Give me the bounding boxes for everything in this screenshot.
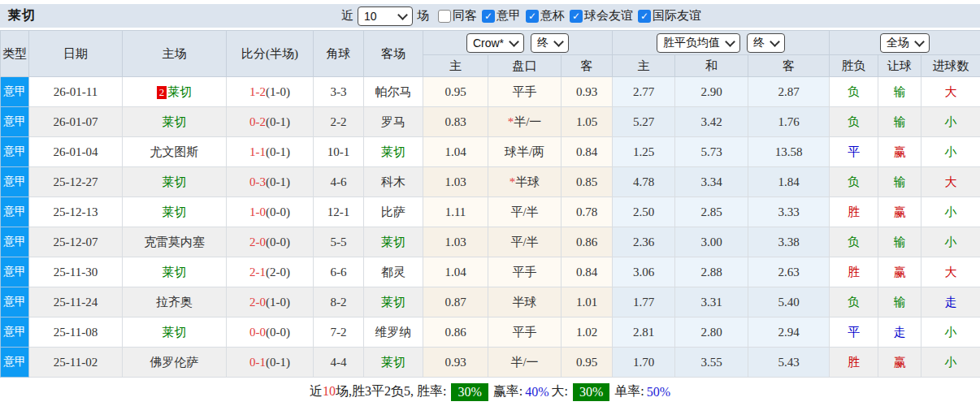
avg-type-select[interactable]: 胜平负均值 bbox=[657, 33, 740, 53]
away-team-cell[interactable]: 科木 bbox=[364, 167, 423, 197]
avg-away-odds: 5.40 bbox=[748, 287, 830, 317]
league-cell[interactable]: 意甲 bbox=[1, 227, 29, 257]
halftime-score: (2-0) bbox=[266, 266, 290, 279]
league-cell[interactable]: 意甲 bbox=[1, 348, 29, 378]
col-header-avg-home: 主 bbox=[613, 55, 675, 77]
asian-away-odds: 0.95 bbox=[562, 348, 613, 378]
chevron-down-icon bbox=[553, 37, 564, 47]
halftime-score: (0-0) bbox=[266, 235, 290, 248]
away-team-cell[interactable]: 莱切 bbox=[364, 137, 423, 167]
away-team-name[interactable]: 帕尔马 bbox=[375, 85, 412, 98]
league-cell[interactable]: 意甲 bbox=[1, 77, 29, 107]
odds-time-select[interactable]: 终 bbox=[531, 33, 569, 53]
corner-cell: 2-2 bbox=[314, 107, 364, 137]
checkbox[interactable]: ✓ bbox=[638, 10, 651, 23]
date-cell: 26-01-07 bbox=[29, 107, 123, 137]
asian-away-odds: 1.02 bbox=[562, 317, 613, 348]
away-team-name[interactable]: 莱切 bbox=[381, 145, 405, 158]
checkbox[interactable]: ✓ bbox=[482, 10, 495, 23]
asian-away-odds: 0.84 bbox=[562, 257, 613, 287]
league-cell[interactable]: 意甲 bbox=[1, 257, 29, 287]
handicap-result-cell: 输 bbox=[878, 287, 921, 317]
score-cell: 2-0(0-0) bbox=[227, 227, 314, 257]
away-team-name[interactable]: 莱切 bbox=[381, 296, 405, 309]
col-header-odds-away: 客 bbox=[562, 55, 613, 77]
home-team-name[interactable]: 莱切 bbox=[163, 115, 187, 128]
home-team-cell[interactable]: 莱切 bbox=[123, 257, 227, 287]
home-team-cell[interactable]: 莱切 bbox=[123, 167, 227, 197]
away-team-name[interactable]: 罗马 bbox=[381, 115, 405, 128]
away-team-cell[interactable]: 比萨 bbox=[364, 197, 423, 227]
league-cell[interactable]: 意甲 bbox=[1, 197, 29, 227]
score-cell: 1-1(0-1) bbox=[227, 137, 314, 167]
checkbox[interactable] bbox=[438, 10, 451, 23]
home-team-cell[interactable]: 莱切 bbox=[123, 317, 227, 348]
home-team-cell[interactable]: 拉齐奥 bbox=[123, 287, 227, 317]
away-team-name[interactable]: 莱切 bbox=[381, 356, 405, 369]
col-header-avg-draw: 和 bbox=[675, 55, 748, 77]
date-cell: 25-11-24 bbox=[29, 287, 123, 317]
away-team-cell[interactable]: 罗马 bbox=[364, 107, 423, 137]
asian-away-odds: 0.84 bbox=[562, 137, 613, 167]
home-team-cell[interactable]: 莱切 bbox=[123, 197, 227, 227]
corner-cell: 10-1 bbox=[314, 137, 364, 167]
filter-label: 意甲 bbox=[497, 8, 521, 24]
league-cell[interactable]: 意甲 bbox=[1, 137, 29, 167]
home-team-name[interactable]: 拉齐奥 bbox=[156, 296, 193, 309]
home-team-name[interactable]: 莱切 bbox=[167, 85, 192, 98]
away-team-cell[interactable]: 帕尔马 bbox=[364, 77, 423, 107]
home-team-name[interactable]: 莱切 bbox=[163, 205, 187, 218]
date-cell: 26-01-11 bbox=[29, 77, 123, 107]
halftime-score: (0-0) bbox=[266, 326, 290, 339]
home-team-name[interactable]: 莱切 bbox=[163, 175, 187, 188]
avg-time-select[interactable]: 终 bbox=[747, 33, 785, 53]
home-team-name[interactable]: 尤文图斯 bbox=[150, 145, 199, 158]
away-team-cell[interactable]: 莱切 bbox=[364, 348, 423, 378]
odds-source-select[interactable]: Crow* bbox=[466, 33, 524, 53]
home-team-cell[interactable]: 尤文图斯 bbox=[123, 137, 227, 167]
home-team-cell[interactable]: 克雷莫内塞 bbox=[123, 227, 227, 257]
away-team-name[interactable]: 科木 bbox=[381, 175, 405, 188]
home-team-cell[interactable]: 佛罗伦萨 bbox=[123, 348, 227, 378]
league-cell[interactable]: 意甲 bbox=[1, 317, 29, 348]
fulltime-score: 1-1 bbox=[249, 145, 266, 158]
league-cell[interactable]: 意甲 bbox=[1, 107, 29, 137]
recent-count-select[interactable]: 10 bbox=[358, 6, 413, 26]
away-team-cell[interactable]: 莱切 bbox=[364, 227, 423, 257]
home-team-name[interactable]: 莱切 bbox=[163, 266, 187, 279]
checkbox[interactable]: ✓ bbox=[526, 10, 539, 23]
single-rate-value: 50% bbox=[647, 385, 670, 400]
filter: ✓球会友谊 bbox=[570, 8, 633, 24]
league-cell[interactable]: 意甲 bbox=[1, 167, 29, 197]
home-team-name[interactable]: 克雷莫内塞 bbox=[144, 235, 205, 248]
away-team-cell[interactable]: 维罗纳 bbox=[364, 317, 423, 348]
filter-group: 同客✓意甲✓意杯✓球会友谊✓国际友谊 bbox=[433, 8, 701, 24]
scope-select[interactable]: 全场 bbox=[880, 33, 930, 53]
asian-home-odds: 1.11 bbox=[423, 197, 488, 227]
away-team-cell[interactable]: 都灵 bbox=[364, 257, 423, 287]
asian-away-odds: 1.05 bbox=[562, 107, 613, 137]
checkbox[interactable]: ✓ bbox=[570, 10, 583, 23]
avg-home-odds: 5.27 bbox=[613, 107, 675, 137]
away-team-name[interactable]: 都灵 bbox=[381, 266, 405, 279]
avg-draw-odds: 2.80 bbox=[675, 317, 748, 348]
league-cell[interactable]: 意甲 bbox=[1, 287, 29, 317]
away-team-cell[interactable]: 莱切 bbox=[364, 287, 423, 317]
fulltime-score: 0-0 bbox=[249, 326, 266, 339]
halftime-score: (0-1) bbox=[266, 145, 290, 158]
home-team-cell[interactable]: 2莱切 bbox=[123, 77, 227, 107]
rank-badge: 2 bbox=[157, 86, 167, 99]
avg-home-odds: 2.50 bbox=[613, 197, 675, 227]
date-cell: 25-11-08 bbox=[29, 317, 123, 348]
away-team-name[interactable]: 莱切 bbox=[381, 235, 405, 248]
big-label: 大: bbox=[552, 383, 568, 400]
away-team-name[interactable]: 维罗纳 bbox=[375, 326, 412, 339]
halftime-score: (0-1) bbox=[266, 175, 290, 188]
home-team-name[interactable]: 佛罗伦萨 bbox=[150, 356, 199, 369]
filter: 同客 bbox=[438, 8, 477, 24]
goals-result-cell: 小 bbox=[921, 107, 980, 137]
away-team-name[interactable]: 比萨 bbox=[381, 205, 405, 218]
chevron-down-icon bbox=[509, 37, 519, 47]
home-team-name[interactable]: 莱切 bbox=[163, 326, 187, 339]
home-team-cell[interactable]: 莱切 bbox=[123, 107, 227, 137]
